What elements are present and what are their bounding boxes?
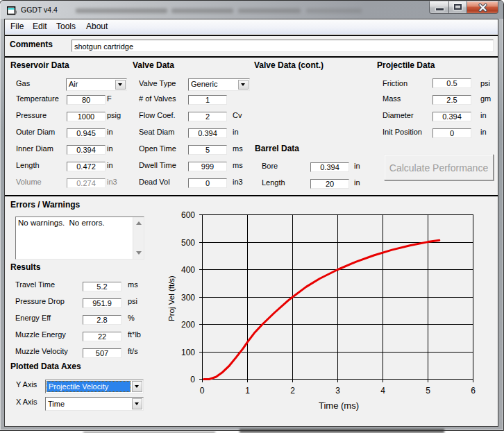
- svg-text:100: 100: [181, 348, 195, 357]
- svg-text:500: 500: [181, 238, 195, 248]
- svg-text:2: 2: [290, 386, 295, 396]
- svg-text:200: 200: [181, 320, 195, 330]
- svg-text:1: 1: [245, 386, 250, 396]
- svg-text:600: 600: [181, 210, 195, 220]
- svg-text:Time (ms): Time (ms): [319, 400, 359, 411]
- svg-text:Proj Vel (ft/s): Proj Vel (ft/s): [167, 275, 176, 321]
- svg-text:400: 400: [181, 265, 195, 275]
- svg-text:5: 5: [426, 386, 430, 396]
- svg-text:0: 0: [190, 375, 195, 384]
- svg-text:4: 4: [380, 386, 385, 396]
- svg-text:0: 0: [200, 386, 205, 396]
- svg-text:6: 6: [471, 386, 476, 396]
- svg-text:3: 3: [335, 386, 340, 396]
- svg-text:300: 300: [181, 293, 195, 303]
